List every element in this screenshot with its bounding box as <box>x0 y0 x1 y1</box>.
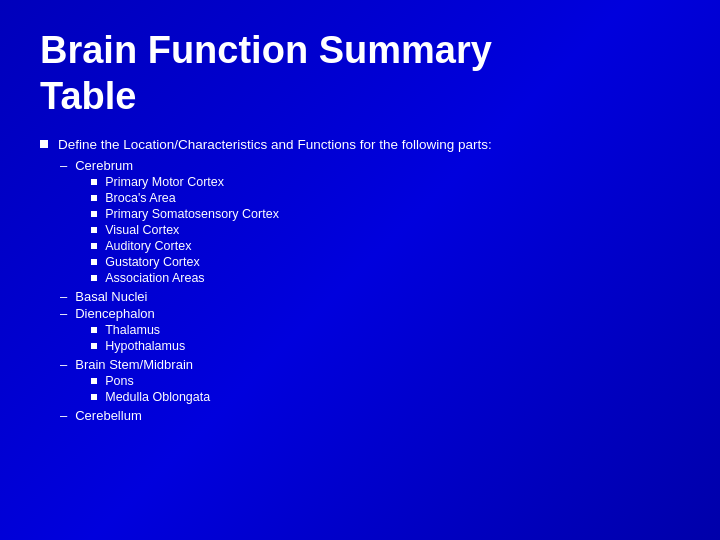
bullet-icon <box>40 140 48 148</box>
diencephalon-items: Thalamus Hypothalamus <box>91 323 185 353</box>
section-label-diencephalon: Diencephalon <box>75 306 155 321</box>
list-item: Thalamus <box>91 323 185 337</box>
sub-bullet-icon <box>91 179 97 185</box>
section-label-basal-nuclei: Basal Nuclei <box>75 289 147 304</box>
sub-bullet-icon <box>91 394 97 400</box>
sections-list: – Cerebrum Primary Motor Cortex Broca's … <box>60 158 680 423</box>
list-item: Primary Motor Cortex <box>91 175 279 189</box>
list-item: Medulla Oblongata <box>91 390 210 404</box>
brainstem-items: Pons Medulla Oblongata <box>91 374 210 404</box>
list-item: Pons <box>91 374 210 388</box>
sub-bullet-icon <box>91 343 97 349</box>
section-basal-nuclei: – Basal Nuclei <box>60 289 680 304</box>
slide: Brain Function Summary Table Define the … <box>0 0 720 540</box>
dash-icon: – <box>60 289 67 304</box>
section-label-cerebellum: Cerebellum <box>75 408 141 423</box>
item-text: Thalamus <box>105 323 160 337</box>
item-text: Association Areas <box>105 271 204 285</box>
item-text: Primary Motor Cortex <box>105 175 224 189</box>
sub-bullet-icon <box>91 195 97 201</box>
dash-icon: – <box>60 357 67 372</box>
item-text: Hypothalamus <box>105 339 185 353</box>
item-text: Visual Cortex <box>105 223 179 237</box>
list-item: Broca's Area <box>91 191 279 205</box>
sub-bullet-icon <box>91 211 97 217</box>
list-item: Association Areas <box>91 271 279 285</box>
title-line1: Brain Function Summary <box>40 29 492 71</box>
sub-bullet-icon <box>91 259 97 265</box>
slide-title: Brain Function Summary Table <box>40 28 680 119</box>
title-line2: Table <box>40 75 136 117</box>
dash-icon: – <box>60 158 67 173</box>
section-label-brainstem: Brain Stem/Midbrain <box>75 357 193 372</box>
item-text: Auditory Cortex <box>105 239 191 253</box>
section-cerebellum: – Cerebellum <box>60 408 680 423</box>
list-item: Gustatory Cortex <box>91 255 279 269</box>
section-label-cerebrum: Cerebrum <box>75 158 133 173</box>
item-text: Pons <box>105 374 134 388</box>
section-cerebrum: – Cerebrum Primary Motor Cortex Broca's … <box>60 158 680 287</box>
item-text: Gustatory Cortex <box>105 255 199 269</box>
cerebrum-items: Primary Motor Cortex Broca's Area Primar… <box>91 175 279 285</box>
sub-bullet-icon <box>91 327 97 333</box>
list-item: Primary Somatosensory Cortex <box>91 207 279 221</box>
list-item: Auditory Cortex <box>91 239 279 253</box>
list-item: Hypothalamus <box>91 339 185 353</box>
dash-icon: – <box>60 306 67 321</box>
sub-bullet-icon <box>91 275 97 281</box>
list-item: Visual Cortex <box>91 223 279 237</box>
sub-bullet-icon <box>91 243 97 249</box>
item-text: Medulla Oblongata <box>105 390 210 404</box>
slide-content: Define the Location/Characteristics and … <box>40 137 680 423</box>
section-brainstem: – Brain Stem/Midbrain Pons Medulla Oblon… <box>60 357 680 406</box>
top-level-text: Define the Location/Characteristics and … <box>58 137 492 152</box>
sub-bullet-icon <box>91 227 97 233</box>
item-text: Broca's Area <box>105 191 175 205</box>
item-text: Primary Somatosensory Cortex <box>105 207 279 221</box>
sub-bullet-icon <box>91 378 97 384</box>
section-diencephalon: – Diencephalon Thalamus Hypothalamus <box>60 306 680 355</box>
top-level-item: Define the Location/Characteristics and … <box>40 137 680 152</box>
dash-icon: – <box>60 408 67 423</box>
